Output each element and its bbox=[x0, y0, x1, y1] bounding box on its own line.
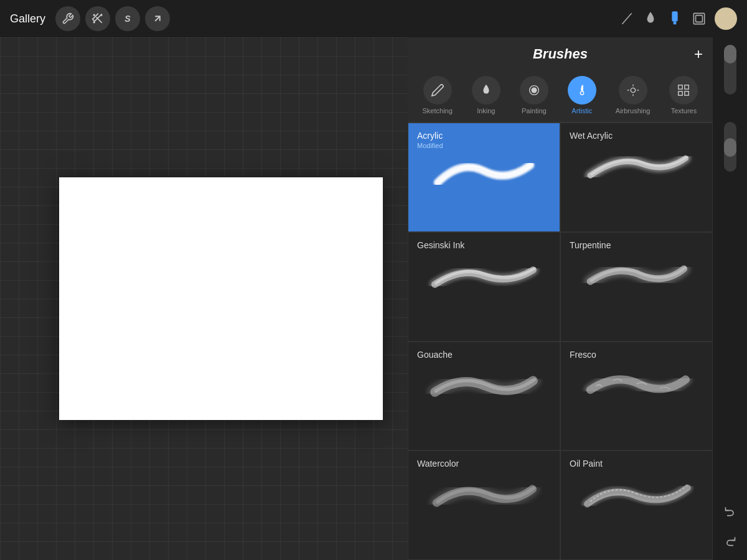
inking-label: Inking bbox=[477, 107, 495, 114]
svg-line-5 bbox=[622, 13, 631, 24]
brush-preview-turpentine bbox=[570, 251, 703, 295]
tab-sketching[interactable]: Sketching bbox=[419, 73, 456, 117]
undo-button[interactable] bbox=[719, 500, 741, 523]
tab-inking[interactable]: Inking bbox=[468, 73, 504, 117]
pen-tool-button[interactable] bbox=[619, 11, 635, 27]
brush-preview-wet-acrylic bbox=[570, 142, 703, 185]
svg-line-0 bbox=[96, 17, 102, 23]
avatar bbox=[715, 7, 737, 30]
brush-item-turpentine[interactable]: Turpentine bbox=[560, 232, 713, 342]
svg-point-10 bbox=[531, 87, 537, 93]
brush-preview-oil-paint bbox=[570, 470, 703, 513]
textures-label: Textures bbox=[671, 107, 697, 114]
brush-sub-acrylic: Modified bbox=[417, 142, 443, 149]
artistic-icon bbox=[568, 76, 596, 105]
main-toolbar: Gallery S bbox=[0, 0, 747, 37]
brush-item-watercolor[interactable]: Watercolor bbox=[408, 450, 560, 560]
svg-rect-19 bbox=[685, 85, 688, 89]
magic-wand-button[interactable] bbox=[85, 6, 110, 31]
scroll-thumb-bottom bbox=[724, 138, 736, 157]
svg-rect-18 bbox=[679, 85, 682, 89]
brush-name-gesinski-ink: Gesinski Ink bbox=[417, 240, 464, 250]
toolbar-right bbox=[619, 7, 737, 30]
brush-name-wet-acrylic: Wet Acrylic bbox=[570, 131, 613, 141]
svg-rect-9 bbox=[696, 16, 703, 22]
svg-point-13 bbox=[631, 88, 635, 92]
history-button[interactable]: S bbox=[115, 6, 140, 31]
brushes-header: Brushes + bbox=[408, 37, 713, 71]
scroll-thumb-top bbox=[724, 45, 736, 63]
transform-button[interactable] bbox=[145, 6, 170, 31]
scroll-track-bottom[interactable] bbox=[724, 122, 736, 172]
brush-preview-gouache bbox=[417, 361, 551, 404]
brush-name-acrylic: Acrylic bbox=[417, 131, 443, 141]
drawing-canvas[interactable] bbox=[59, 177, 383, 420]
brush-preview-gesinski-ink bbox=[417, 251, 551, 295]
brush-item-gouache[interactable]: Gouache bbox=[408, 342, 560, 451]
airbrushing-label: Airbrushing bbox=[616, 107, 651, 114]
brush-name-oil-paint: Oil Paint bbox=[570, 459, 603, 469]
tab-painting[interactable]: Painting bbox=[516, 73, 552, 117]
add-brush-button[interactable]: + bbox=[694, 45, 703, 63]
brush-item-gesinski-ink[interactable]: Gesinski Ink bbox=[408, 232, 560, 342]
brush-name-gouache: Gouache bbox=[417, 350, 453, 360]
svg-rect-6 bbox=[672, 11, 677, 21]
brush-item-oil-paint[interactable]: Oil Paint bbox=[560, 450, 713, 560]
tab-textures[interactable]: Textures bbox=[665, 73, 702, 117]
brush-item-fresco[interactable]: Fresco bbox=[560, 342, 713, 451]
ink-tool-button[interactable] bbox=[642, 11, 659, 27]
inking-icon bbox=[472, 76, 500, 105]
toolbar-left: Gallery S bbox=[10, 6, 170, 31]
brush-name-fresco: Fresco bbox=[570, 350, 596, 360]
scroll-track-top[interactable] bbox=[724, 45, 736, 95]
artistic-label: Artistic bbox=[571, 107, 592, 114]
brush-item-wet-acrylic[interactable]: Wet Acrylic bbox=[560, 123, 713, 232]
svg-point-1 bbox=[93, 14, 95, 16]
brush-preview-watercolor bbox=[417, 470, 551, 513]
svg-rect-21 bbox=[685, 91, 688, 95]
brush-item-acrylic[interactable]: Acrylic Modified bbox=[408, 123, 560, 232]
side-scrollbar bbox=[713, 37, 747, 560]
svg-point-3 bbox=[93, 22, 95, 23]
textures-icon bbox=[669, 76, 698, 105]
wrench-button[interactable] bbox=[55, 6, 80, 31]
brush-preview-fresco bbox=[570, 361, 703, 404]
painting-icon bbox=[520, 76, 548, 105]
canvas-area bbox=[0, 37, 442, 560]
redo-button[interactable] bbox=[719, 530, 741, 553]
svg-line-4 bbox=[155, 16, 160, 21]
category-tabs: Sketching Inking Painting bbox=[408, 71, 713, 123]
svg-rect-7 bbox=[674, 22, 677, 25]
airbrushing-icon bbox=[619, 76, 647, 105]
svg-rect-20 bbox=[679, 91, 682, 95]
brush-name-turpentine: Turpentine bbox=[570, 240, 611, 250]
layers-tool-button[interactable] bbox=[691, 11, 707, 27]
brush-tool-button[interactable] bbox=[666, 10, 684, 27]
svg-point-12 bbox=[580, 91, 584, 95]
tab-airbrushing[interactable]: Airbrushing bbox=[612, 73, 654, 117]
brushes-title: Brushes bbox=[533, 46, 588, 62]
brush-grid: Acrylic Modified Wet Acrylic bbox=[408, 123, 713, 560]
sketching-label: Sketching bbox=[423, 107, 453, 114]
painting-label: Painting bbox=[522, 107, 547, 114]
tab-artistic[interactable]: Artistic bbox=[564, 73, 600, 117]
brushes-panel: Brushes + Sketching Inking bbox=[408, 37, 713, 560]
gallery-button[interactable]: Gallery bbox=[10, 12, 45, 26]
sketching-icon bbox=[423, 76, 452, 105]
brush-name-watercolor: Watercolor bbox=[417, 459, 459, 469]
brush-preview-acrylic bbox=[417, 152, 551, 195]
svg-point-2 bbox=[101, 14, 102, 16]
